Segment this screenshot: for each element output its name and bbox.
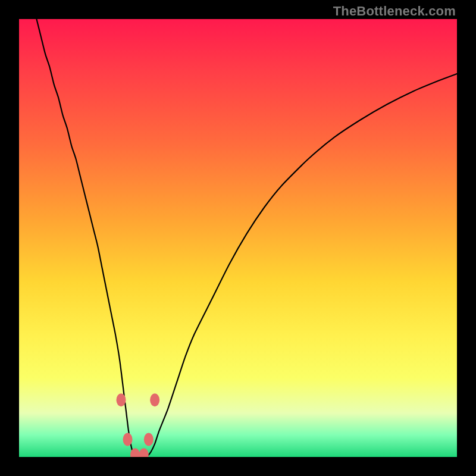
bottleneck-curve-line [36,19,457,457]
curve-marker [116,393,126,406]
curve-marker [150,393,159,406]
curve-marker [144,433,154,446]
bottleneck-curve-svg [19,19,457,457]
curve-marker [123,433,133,446]
curve-marker [139,448,149,457]
attribution-text: TheBottleneck.com [333,4,456,19]
chart-plot-area [19,19,457,457]
